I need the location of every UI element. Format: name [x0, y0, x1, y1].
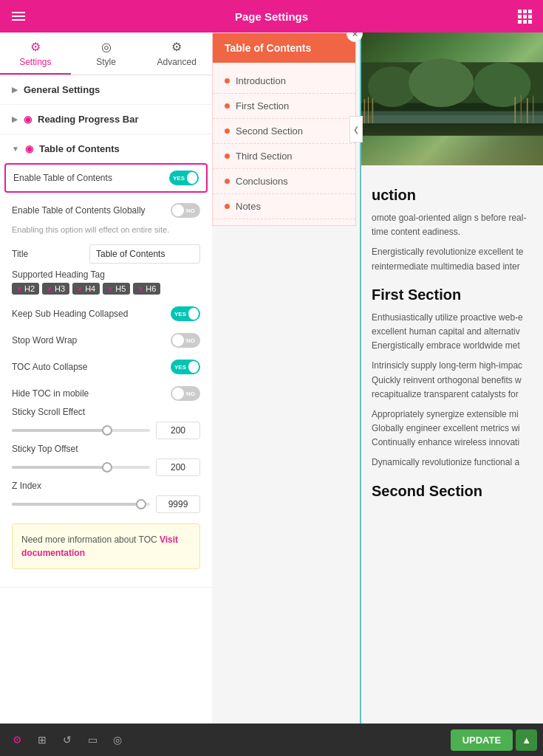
tag-x-icon-5[interactable]: ✕: [137, 285, 143, 293]
sticky-scroll-fill: [12, 429, 109, 432]
sticky-top-thumb[interactable]: [102, 462, 112, 472]
toggle-yes-3: YES: [174, 311, 186, 317]
sticky-top-input[interactable]: [156, 458, 200, 476]
hide-mobile-toggle[interactable]: NO: [171, 386, 200, 401]
sticky-scroll-track: [12, 429, 150, 432]
tab-settings-label: Settings: [19, 57, 51, 67]
accordion-general-header[interactable]: ▶ General Settings: [0, 75, 212, 104]
toc-item-first-section[interactable]: First Section: [213, 94, 355, 119]
toggle-knob-5: [188, 361, 199, 373]
toc-item-label-introduction: Introduction: [236, 75, 286, 86]
svg-rect-13: [533, 96, 533, 123]
collapse-arrow[interactable]: ❮: [349, 116, 363, 142]
toc-item-label-second: Second Section: [236, 126, 303, 137]
heading-second-section: Second Section: [372, 479, 531, 503]
toc-settings: Enable Table of Contents YES Enable Tabl…: [0, 163, 212, 587]
sticky-scroll-slider-row: [12, 417, 200, 444]
tag-h6[interactable]: ✕ H6: [133, 283, 160, 295]
toc-item-label-notes: Notes: [236, 201, 261, 212]
update-button[interactable]: UPDATE: [451, 729, 513, 751]
tag-x-icon-3[interactable]: ✕: [77, 285, 83, 293]
accordion-progress-header[interactable]: ▶ ◉ Reading Progress Bar: [0, 105, 212, 134]
sticky-scroll-thumb[interactable]: [102, 425, 112, 436]
svg-point-4: [474, 62, 530, 107]
content-area: uction omote goal-oriented align s befor…: [360, 32, 543, 724]
tag-x-icon[interactable]: ✕: [16, 285, 22, 293]
sticky-scroll-input[interactable]: [156, 422, 200, 439]
toc-item-introduction[interactable]: Introduction: [213, 69, 355, 94]
arrow-icon-2: ▶: [12, 115, 18, 123]
page-title: Page Settings: [235, 10, 308, 23]
toc-item-label-conclusions: Conclusions: [236, 176, 288, 187]
heading-tag-label: Supported Heading Tag: [12, 269, 200, 280]
enable-toc-toggle[interactable]: YES: [169, 171, 199, 185]
content-text: uction omote goal-oriented align s befor…: [360, 165, 543, 516]
keep-sub-label: Keep Sub Heading Collapsed: [12, 309, 128, 319]
toggle-knob-3: [188, 308, 199, 320]
progress-icon: ◉: [24, 114, 32, 125]
svg-rect-12: [527, 98, 528, 123]
bottom-toolbar: ⚙ ⊞ ↺ ▭ ◎ UPDATE ▲: [0, 724, 543, 756]
sticky-top-label: Sticky Top Offset: [12, 444, 200, 454]
stop-word-toggle[interactable]: NO: [171, 333, 200, 348]
style-icon: ◎: [101, 40, 112, 54]
svg-rect-10: [514, 97, 516, 123]
accordion-general-label: General Settings: [24, 84, 100, 95]
toggle-off-label: NO: [186, 207, 195, 214]
sticky-top-fill: [12, 466, 109, 469]
svg-rect-7: [364, 99, 366, 123]
tab-style[interactable]: ◎ Style: [71, 32, 142, 75]
toc-auto-toggle[interactable]: YES: [171, 360, 200, 374]
tag-row: ✕ H2 ✕ H3 ✕ H4 ✕ H5: [12, 280, 200, 300]
toggle-knob: [187, 172, 197, 184]
toggle-knob-2: [172, 205, 184, 216]
z-index-input[interactable]: [156, 495, 200, 513]
tabs: ⚙ Settings ◎ Style ⚙ Advanced: [0, 32, 212, 75]
tab-advanced-label: Advanced: [157, 57, 196, 67]
top-bar: Page Settings: [0, 0, 543, 32]
eye-icon[interactable]: ◎: [106, 729, 129, 751]
toc-item-third-section[interactable]: Third Section: [213, 144, 355, 169]
accordion-toc-header[interactable]: ▼ ◉ Table of Contents: [0, 134, 212, 163]
tag-h3-label: H3: [55, 284, 65, 293]
settings-icon: ⚙: [30, 40, 41, 54]
arrow-icon: ▶: [12, 86, 18, 94]
enable-globally-toggle[interactable]: NO: [171, 203, 200, 218]
accordion-toc-label: Table of Contents: [39, 143, 120, 154]
history-icon[interactable]: ↺: [56, 729, 78, 751]
enable-globally-label: Enable Table of Contents Globally: [12, 205, 146, 216]
desktop-icon[interactable]: ▭: [81, 729, 103, 751]
tag-h4[interactable]: ✕ H4: [72, 283, 100, 295]
tag-h2[interactable]: ✕ H2: [12, 283, 39, 295]
left-panel: ⚙ Settings ◎ Style ⚙ Advanced ▶ General …: [0, 32, 212, 724]
grid-icon[interactable]: [518, 10, 531, 24]
settings-bottom-icon[interactable]: ⚙: [6, 729, 28, 751]
z-index-thumb[interactable]: [136, 499, 146, 509]
toc-item-notes[interactable]: Notes: [213, 194, 355, 219]
svg-rect-8: [368, 97, 369, 123]
tag-h3[interactable]: ✕ H3: [42, 283, 69, 295]
para-1: omote goal-oriented align s before real-…: [372, 211, 531, 239]
toc-popup-title: Table of Contents: [213, 33, 355, 63]
toc-item-second-section[interactable]: Second Section: [213, 119, 355, 144]
z-index-slider-row: [12, 491, 200, 518]
title-input[interactable]: [89, 244, 200, 264]
tab-advanced[interactable]: ⚙ Advanced: [141, 32, 212, 75]
info-text: Need more information about TOC: [21, 535, 160, 545]
tag-x-icon-4[interactable]: ✕: [107, 285, 113, 293]
layers-icon[interactable]: ⊞: [31, 729, 53, 751]
toggle-no-6: NO: [186, 391, 195, 397]
keep-sub-toggle[interactable]: YES: [171, 306, 200, 321]
tag-x-icon-2[interactable]: ✕: [47, 285, 52, 293]
toc-item-conclusions[interactable]: Conclusions: [213, 169, 355, 194]
tag-h2-label: H2: [24, 284, 35, 293]
toc-item-label-first: First Section: [236, 100, 289, 111]
para-5: Appropriately synergize extensible mi Gl…: [372, 408, 531, 450]
title-label: Title: [12, 249, 28, 259]
accordion-toc: ▼ ◉ Table of Contents Enable Table of Co…: [0, 134, 212, 588]
tag-h5[interactable]: ✕ H5: [103, 283, 130, 295]
update-arrow-button[interactable]: ▲: [516, 729, 537, 751]
hamburger-icon[interactable]: [12, 12, 25, 21]
tab-settings[interactable]: ⚙ Settings: [0, 32, 71, 75]
toc-dot-1: [225, 78, 230, 83]
